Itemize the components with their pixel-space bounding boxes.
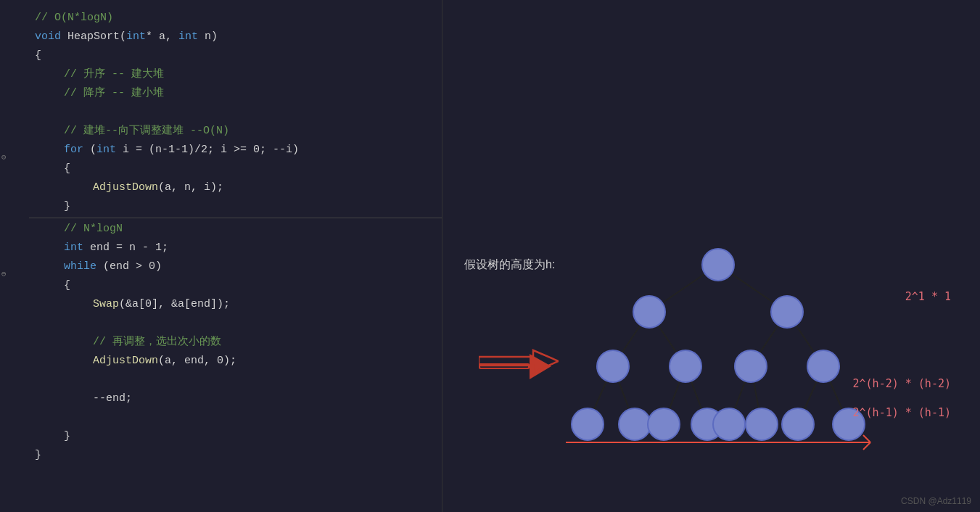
svg-point-23 — [771, 296, 803, 328]
code-content: while (end > 0) — [29, 258, 162, 276]
code-content: // 建堆--向下调整建堆 --O(N) — [29, 123, 229, 140]
code-content: int end = n - 1; — [29, 239, 168, 257]
code-content — [29, 315, 41, 332]
tree-svg — [537, 247, 899, 493]
comment: // 建堆--向下调整建堆 --O(N) — [64, 125, 229, 137]
comment: // 降序 -- 建小堆 — [64, 87, 164, 99]
code-content: // 降序 -- 建小堆 — [29, 85, 164, 102]
svg-point-33 — [746, 408, 778, 440]
main-container: // O(N*logN) void HeapSort(int* a, int n… — [0, 0, 980, 512]
code-line-1: // O(N*logN) — [0, 9, 442, 28]
code-content: // 升序 -- 建大堆 — [29, 66, 164, 83]
code-line-empty2 — [0, 314, 442, 333]
code-line-7: // 建堆--向下调整建堆 --O(N) — [0, 122, 442, 141]
code-content: // O(N*logN) — [29, 9, 113, 27]
code-line-empty4 — [0, 408, 442, 427]
code-content — [29, 409, 41, 426]
code-line-5: // 降序 -- 建小堆 — [0, 84, 442, 103]
code-content: { — [29, 277, 70, 294]
svg-point-29 — [619, 408, 651, 440]
func-adjustdown2: AdjustDown — [93, 355, 158, 367]
code-line-25: } — [0, 446, 442, 465]
code-content: { — [29, 47, 41, 65]
section-divider — [29, 218, 442, 218]
code-content: void HeapSort(int* a, int n) — [29, 28, 218, 46]
code-line-9: { — [0, 160, 442, 178]
code-line-24: } — [0, 427, 442, 446]
code-line-2: void HeapSort(int* a, int n) — [0, 28, 442, 46]
code-line-15: ⊖ while (end > 0) — [0, 257, 442, 276]
svg-point-34 — [782, 408, 814, 440]
keyword-for: for — [64, 144, 83, 156]
code-content: for (int i = (n-1-1)/2; i >= 0; --i) — [29, 141, 299, 159]
code-content: } — [29, 447, 41, 464]
code-line-empty3 — [0, 371, 442, 389]
code-line-20: AdjustDown(a, end, 0); — [0, 352, 442, 371]
code-line-13: // N*logN — [0, 220, 442, 239]
svg-point-27 — [807, 350, 839, 382]
keyword-int: int — [96, 144, 116, 156]
svg-point-28 — [572, 408, 604, 440]
svg-point-26 — [735, 350, 767, 382]
svg-point-21 — [702, 249, 734, 281]
code-line-16: { — [0, 276, 442, 295]
code-content: } — [29, 198, 70, 215]
code-line-17: Swap(&a[0], &a[end]); — [0, 295, 442, 314]
code-line-14: int end = n - 1; — [0, 239, 442, 257]
svg-point-30 — [648, 408, 680, 440]
keyword-int2: int — [178, 30, 198, 43]
code-content: AdjustDown(a, end, 0); — [29, 352, 236, 370]
svg-point-22 — [633, 296, 665, 328]
code-line-10: AdjustDown(a, n, i); — [0, 178, 442, 197]
code-content: // 再调整，选出次小的数 — [29, 334, 221, 351]
code-content: // N*logN — [29, 220, 123, 238]
code-panel: // O(N*logN) void HeapSort(int* a, int n… — [0, 0, 442, 512]
code-content — [29, 104, 41, 121]
keyword-while: while — [64, 260, 96, 273]
formula-2: 2^(h-2) * (h-2) — [853, 377, 951, 390]
svg-line-20 — [863, 442, 870, 450]
svg-point-24 — [597, 350, 629, 382]
svg-line-19 — [863, 435, 870, 442]
code-content: Swap(&a[0], &a[end]); — [29, 296, 230, 313]
comment: // N*logN — [64, 223, 123, 235]
keyword-int: int — [64, 241, 83, 254]
func-adjustdown: AdjustDown — [93, 181, 158, 194]
code-content: AdjustDown(a, n, i); — [29, 179, 223, 197]
code-line-3: { — [0, 46, 442, 65]
code-line-4: // 升序 -- 建大堆 — [0, 65, 442, 84]
formula-1: 2^1 * 1 — [905, 290, 951, 303]
code-line-19: // 再调整，选出次小的数 — [0, 333, 442, 352]
code-line-empty — [0, 103, 442, 122]
code-content: { — [29, 160, 70, 178]
watermark: CSDN @Adz1119 — [901, 496, 971, 506]
code-content: } — [29, 428, 70, 445]
comment: // O(N*logN) — [35, 12, 113, 24]
comment: // 升序 -- 建大堆 — [64, 68, 164, 80]
keyword-void: void — [35, 30, 61, 43]
comment: // 再调整，选出次小的数 — [93, 336, 221, 348]
formula-3: 2^(h-1) * (h-1) — [853, 406, 951, 419]
code-line-11: } — [0, 197, 442, 216]
svg-point-25 — [670, 350, 701, 382]
svg-point-32 — [713, 408, 745, 440]
code-content — [29, 371, 41, 389]
keyword-int: int — [126, 30, 146, 43]
viz-panel: 假设树的高度为h: — [442, 0, 980, 512]
code-line-22: --end; — [0, 389, 442, 408]
func-swap: Swap — [93, 298, 119, 310]
code-line-8: ⊖ for (int i = (n-1-1)/2; i >= 0; --i) — [0, 141, 442, 160]
code-content: --end; — [29, 390, 132, 408]
